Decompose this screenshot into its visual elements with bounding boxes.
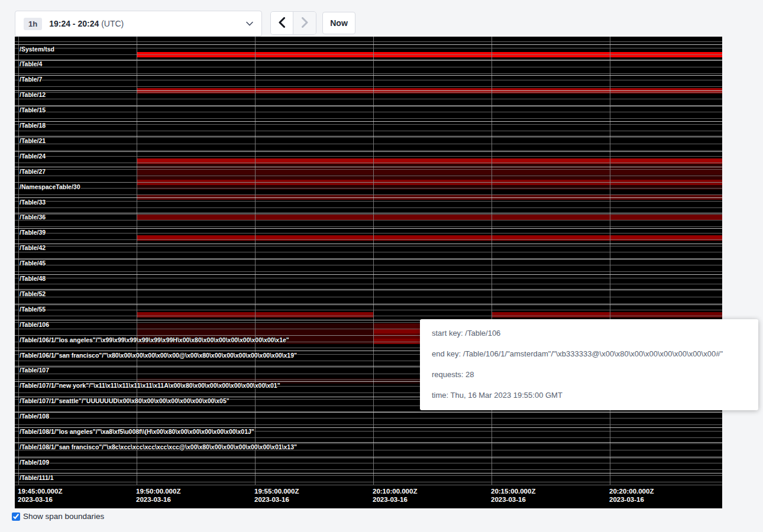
range-duration-badge: 1h [24,18,42,30]
span-boundary-line [15,259,722,259]
heatmap-band [137,215,722,220]
span-boundary-line [15,412,722,413]
range-boundary-line [15,226,722,227]
row-label: /Table/107 [20,366,49,374]
heatmap-band [610,312,722,317]
keyvis-toolbar: 1h 19:24 - 20:24 (UTC) Now [0,0,763,37]
span-boundary-line [15,213,722,213]
span-boundary-line [15,151,722,152]
x-axis-tick-label: 20:10:00.000Z2023-03-16 [373,487,417,504]
span-boundary-line [15,136,722,137]
row-label: /Table/7 [20,76,42,83]
range-boundary-line [15,310,722,310]
range-boundary-line [15,437,722,438]
show-span-boundaries-checkbox[interactable] [12,512,20,521]
range-boundary-line [15,86,722,87]
span-boundary-line [15,90,722,91]
row-label: /Table/106 [20,321,49,329]
x-axis-tick-date: 2023-03-16 [609,495,654,504]
range-boundary-line [15,60,722,61]
show-span-boundaries-control[interactable]: Show span boundaries [12,512,104,521]
span-boundary-line [15,244,722,244]
row-label: /Table/106/1/"san francisco"/"\x80\x00\x… [20,352,297,359]
row-label: /Table/107/1/"seattle"/"UUUUUUD\x00\x80\… [20,397,229,405]
span-boundary-line [15,75,722,76]
range-boundary-line [15,156,722,157]
row-label: /Table/106/1/"los angeles"/"\x99\x99\x99… [20,336,289,344]
span-boundary-line [15,121,722,122]
range-nav-group [271,12,316,34]
heatmap-band [492,312,610,317]
tooltip-time: time: Thu, 16 Mar 2023 19:55:00 GMT [432,391,746,400]
range-boundary-line [15,469,722,470]
range-boundary-line [15,137,722,138]
span-boundary-line [15,304,722,305]
chevron-right-icon [302,17,308,30]
range-label: 19:24 - 20:24 (UTC) [49,19,124,28]
range-boundary-line [15,271,722,272]
next-range-button[interactable] [293,12,316,34]
range-boundary-line [15,118,722,119]
range-boundary-line [15,105,722,106]
row-label: /Table/18 [20,122,46,129]
heatmap-band [137,169,722,174]
range-boundary-line [15,73,722,74]
row-label: /Table/107/1/"new york"/"\x11\x11\x11\x1… [20,382,280,390]
tooltip-requests: requests: 28 [432,370,746,379]
range-boundary-line [15,475,722,476]
row-label: /Table/109 [20,459,49,466]
range-boundary-line [15,220,722,220]
range-boundary-line [15,214,722,215]
row-label: /Table/108/1/"los angeles"/"\xa8\xf5\u00… [20,428,254,436]
range-boundary-line [15,182,722,183]
range-boundary-line [15,297,722,297]
range-boundary-line [15,150,722,151]
range-boundary-line [15,424,722,425]
keyvis-tooltip: start key: /Table/106 end key: /Table/10… [420,319,758,410]
range-boundary-line [15,163,722,163]
range-timezone: (UTC) [101,19,124,28]
row-label: /Table/4 [20,60,42,68]
tooltip-start-key: start key: /Table/106 [432,329,746,338]
row-label: /Table/12 [20,91,46,99]
range-boundary-line [15,233,722,233]
range-time-text: 19:24 - 20:24 [49,19,99,28]
show-span-boundaries-label: Show span boundaries [23,512,104,521]
row-label: /Table/111/1 [20,474,54,482]
range-boundary-line [15,188,722,189]
range-boundary-line [15,411,722,412]
x-axis-tick-label: 19:50:00.000Z2023-03-16 [136,487,180,504]
prev-range-button[interactable] [271,12,293,34]
range-boundary-line [15,169,722,170]
x-axis-tick-date: 2023-03-16 [373,495,417,504]
row-label: /Table/108 [20,413,49,420]
now-button[interactable]: Now [322,12,355,34]
x-axis-tick-date: 2023-03-16 [491,495,535,504]
row-label: /Table/52 [20,290,46,298]
range-boundary-line [15,48,722,48]
row-label: /Table/33 [20,199,46,206]
range-boundary-line [15,278,722,278]
range-boundary-line [15,67,722,67]
keyvis-canvas[interactable]: 20:20:00.000Z2023-03-1620:15:00.000Z2023… [15,37,722,508]
range-boundary-line [15,303,722,304]
span-boundary-line [15,458,722,458]
row-label: /Table/108/1/"san francisco"/"\x8c\xcc\x… [20,443,297,451]
range-boundary-line [15,201,722,202]
range-boundary-line [15,112,722,112]
span-boundary-line [15,228,722,229]
range-boundary-line [15,316,722,316]
span-boundary-line [15,106,722,106]
span-boundary-line [15,473,722,473]
range-boundary-line [15,284,722,284]
row-label: /Table/55 [20,306,46,313]
range-boundary-line [15,463,722,463]
x-axis-tick-date: 2023-03-16 [254,495,299,504]
x-axis-tick-label: 19:45:00.000Z2023-03-16 [18,487,62,504]
time-range-dropdown[interactable]: 1h 19:24 - 20:24 (UTC) [15,11,262,37]
row-label: /Table/15 [20,106,46,114]
range-boundary-line [15,290,722,291]
range-boundary-line [15,124,722,125]
range-boundary-line [15,99,722,99]
range-boundary-line [15,482,722,482]
